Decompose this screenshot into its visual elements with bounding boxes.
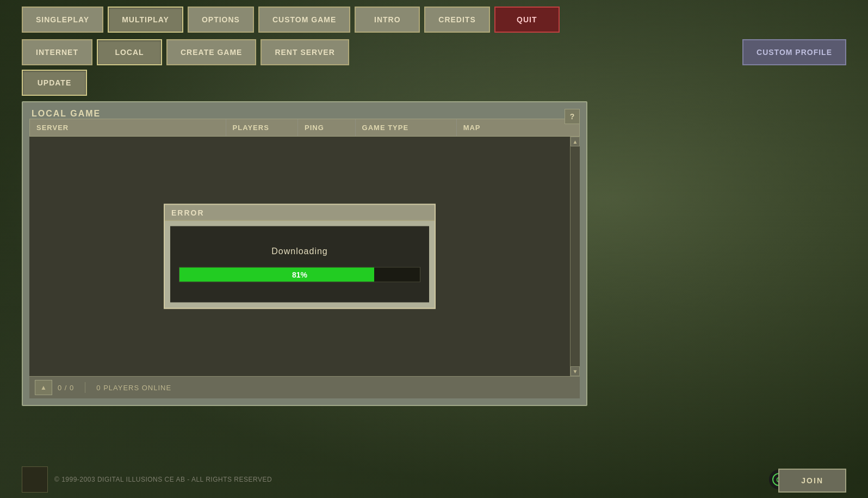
rent-server-button[interactable]: RENT SERVER: [261, 39, 349, 65]
nav-row2-left: INTERNET LOCAL CREATE GAME RENT SERVER: [22, 39, 349, 65]
error-title-bar: ERROR: [165, 205, 435, 221]
nav-row-2: INTERNET LOCAL CREATE GAME RENT SERVER C…: [0, 39, 868, 65]
col-players: PLAYERS: [226, 119, 298, 136]
custom-profile-button[interactable]: CUSTOM PROFILE: [742, 39, 846, 65]
scroll-down-button[interactable]: ▼: [571, 366, 580, 376]
scrollbar: ▲ ▼: [570, 137, 580, 376]
col-gametype: GAME TYPE: [356, 119, 457, 136]
screen-bottom: © 1999-2003 DIGITAL ILLUSIONS CE AB - AL…: [0, 461, 868, 498]
nav-row-3: UPDATE: [0, 70, 868, 96]
singleplay-button[interactable]: SINGLEPLAY: [22, 7, 103, 33]
status-separator: [85, 382, 85, 393]
internet-button[interactable]: INTERNET: [22, 39, 92, 65]
players-online-status: 0 PLAYERS ONLINE: [96, 384, 171, 392]
progress-bar-container: 81%: [179, 267, 420, 282]
scroll-track[interactable]: [571, 146, 580, 366]
create-game-button[interactable]: CREATE GAME: [166, 39, 256, 65]
bottom-bar: ▲ 0 / 0 0 PLAYERS ONLINE: [29, 376, 580, 398]
progress-bar-fill: [179, 268, 374, 282]
main-panel: LOCAL GAME ? SERVER PLAYERS PING GAME TY…: [22, 101, 587, 406]
table-content: ERROR Downloading 81%: [29, 137, 570, 376]
options-button[interactable]: OPTIONS: [188, 7, 254, 33]
nav-row2-right: CUSTOM PROFILE: [742, 39, 846, 65]
scroll-left-button[interactable]: ▲: [35, 380, 52, 395]
scroll-up-button[interactable]: ▲: [571, 137, 580, 146]
error-dialog: ERROR Downloading 81%: [164, 204, 436, 309]
copyright-text: © 1999-2003 DIGITAL ILLUSIONS CE AB - AL…: [54, 476, 272, 483]
quit-button[interactable]: QUIT: [494, 7, 560, 33]
local-button[interactable]: LOCAL: [97, 39, 162, 65]
help-button[interactable]: ?: [565, 109, 580, 124]
table-header: SERVER PLAYERS PING GAME TYPE MAP: [29, 119, 580, 137]
progress-label: 81%: [292, 270, 307, 279]
multiplay-button[interactable]: MULTIPLAY: [108, 7, 183, 33]
error-body: Downloading 81%: [170, 226, 429, 303]
panel-header: LOCAL GAME ?: [29, 109, 580, 119]
update-button[interactable]: UPDATE: [22, 70, 87, 96]
avatar: [22, 466, 48, 493]
credits-button[interactable]: CREDITS: [424, 7, 489, 33]
nav-row-1: SINGLEPLAY MULTIPLAY OPTIONS CUSTOM GAME…: [0, 0, 868, 39]
col-map: MAP: [457, 119, 579, 136]
downloading-label: Downloading: [271, 247, 328, 256]
panel-title: LOCAL GAME: [29, 109, 101, 118]
intro-button[interactable]: INTRO: [355, 7, 420, 33]
table-body: ERROR Downloading 81% ▲ ▼: [29, 137, 580, 376]
custom-game-button[interactable]: CUSTOM GAME: [258, 7, 350, 33]
col-ping: PING: [298, 119, 356, 136]
col-server: SERVER: [30, 119, 226, 136]
score-status: 0 / 0: [58, 384, 74, 392]
join-button[interactable]: JOIN: [778, 469, 846, 493]
